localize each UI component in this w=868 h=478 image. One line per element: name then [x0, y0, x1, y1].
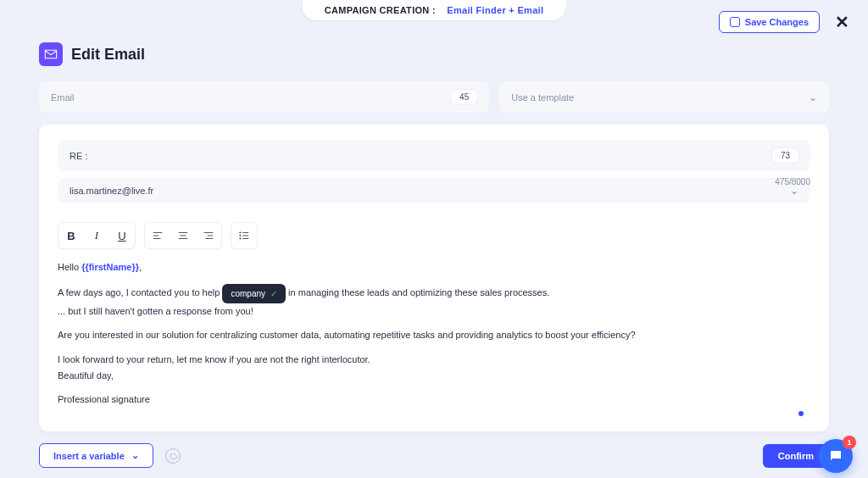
chevron-down-icon: ⌄ — [809, 92, 817, 103]
underline-button[interactable]: U — [109, 223, 135, 248]
campaign-banner: CAMPAIGN CREATION : Email Finder + Email — [303, 0, 566, 20]
line4: I look forward to your return, let me kn… — [58, 354, 370, 364]
align-center-button[interactable] — [170, 223, 196, 248]
close-icon[interactable]: ✕ — [832, 10, 853, 34]
save-icon — [730, 17, 740, 27]
line3: Are you interested in our solution for c… — [58, 327, 810, 343]
insert-variable-button[interactable]: Insert a variable ⌄ — [39, 443, 153, 468]
email-icon — [39, 42, 63, 66]
line5: Beautiful day, — [58, 370, 114, 381]
editor-footer: Insert a variable ⌄ Confirm — [39, 443, 829, 468]
chat-fab[interactable]: 1 — [819, 439, 853, 473]
campaign-banner-crumb[interactable]: Email Finder + Email — [447, 5, 543, 15]
svg-point-10 — [240, 235, 241, 236]
step-summary-label: Email — [51, 92, 75, 103]
bold-button[interactable]: B — [58, 223, 84, 248]
page-title: Edit Email — [71, 46, 145, 64]
subject-row[interactable]: RE : 73 — [58, 140, 810, 171]
format-toolbar: B I U — [58, 222, 810, 249]
save-changes-label: Save Changes — [745, 17, 809, 27]
step-summary-card[interactable]: Email 45 — [39, 81, 489, 113]
line6: Professional signature — [58, 392, 810, 408]
company-variable-chip[interactable]: company✓ — [222, 284, 286, 303]
svg-point-9 — [240, 232, 241, 233]
line2: ... but I still haven't gotten a respons… — [58, 306, 253, 316]
step-summary-count: 45 — [451, 90, 477, 104]
top-right-actions: Save Changes ✕ — [719, 10, 853, 34]
emoji-button[interactable] — [165, 448, 181, 464]
firstname-variable[interactable]: {{firstName}} — [81, 262, 139, 272]
greeting-suffix: , — [139, 262, 142, 272]
email-editor: RE : 73 lisa.martinez@live.fr ⌄ 475/8000… — [39, 125, 829, 431]
check-icon: ✓ — [270, 286, 277, 301]
italic-button[interactable]: I — [84, 223, 109, 248]
line1-b: in managing these leads and optimizing t… — [286, 287, 549, 297]
char-counter: 475/8000 — [775, 177, 810, 186]
chevron-down-icon: ⌄ — [790, 185, 798, 197]
from-select[interactable]: lisa.martinez@live.fr ⌄ — [58, 178, 810, 203]
greeting-prefix: Hello — [58, 262, 81, 272]
template-select-placeholder: Use a template — [511, 92, 574, 103]
template-select[interactable]: Use a template ⌄ — [499, 81, 829, 113]
resize-handle[interactable] — [798, 411, 804, 416]
campaign-banner-label: CAMPAIGN CREATION : — [325, 5, 436, 15]
page-title-row: Edit Email — [39, 42, 829, 66]
confirm-label: Confirm — [778, 451, 814, 461]
insert-variable-label: Insert a variable — [53, 451, 125, 461]
subject-count: 73 — [772, 148, 798, 163]
chat-badge: 1 — [843, 436, 856, 449]
save-changes-button[interactable]: Save Changes — [719, 11, 820, 33]
align-left-button[interactable] — [145, 223, 170, 248]
line1-a: A few days ago, I contacted you to help — [58, 287, 222, 297]
chevron-down-icon: ⌄ — [131, 450, 139, 461]
list-button[interactable] — [231, 223, 257, 248]
align-right-button[interactable] — [196, 223, 221, 248]
email-body[interactable]: Hello {{firstName}}, A few days ago, I c… — [58, 259, 810, 408]
svg-point-11 — [240, 238, 241, 239]
from-email: lisa.martinez@live.fr — [70, 186, 153, 196]
subject-prefix: RE : — [70, 151, 87, 161]
